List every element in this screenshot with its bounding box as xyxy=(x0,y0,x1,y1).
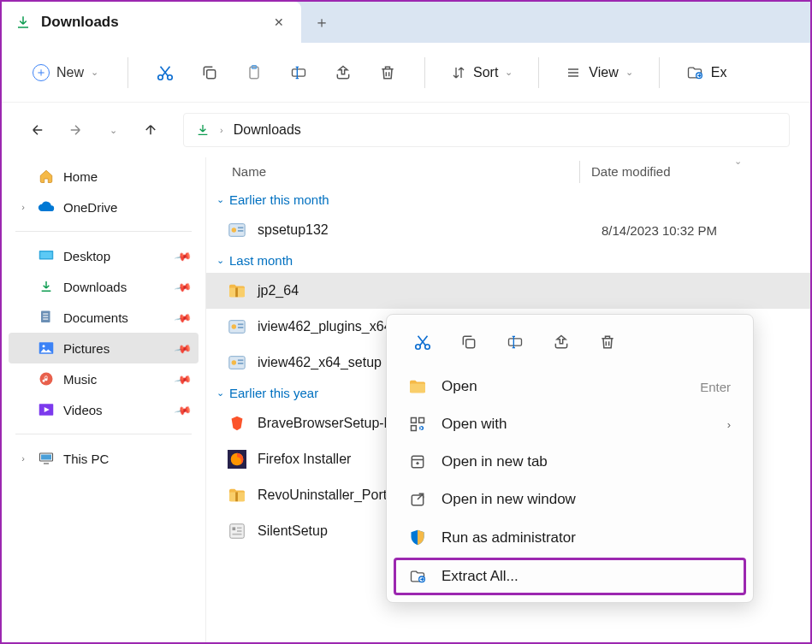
chevron-down-icon: ⌄ xyxy=(216,255,224,266)
ctx-open[interactable]: Open Enter xyxy=(394,368,746,405)
pictures-icon xyxy=(38,341,55,355)
back-button[interactable] xyxy=(22,115,53,145)
tab-title: Downloads xyxy=(41,14,260,31)
ctx-share-button[interactable] xyxy=(541,325,582,359)
ctx-rename-button[interactable] xyxy=(495,325,536,359)
ctx-run-admin[interactable]: Run as administrator xyxy=(394,518,746,558)
svg-rect-22 xyxy=(238,230,243,232)
sidebar-item-music[interactable]: Music 📌 xyxy=(9,363,199,394)
column-headers: Name Date modified ⌄ xyxy=(206,162,810,187)
tab-bar: Downloads ✕ ＋ xyxy=(2,2,810,43)
sidebar-item-pictures[interactable]: Pictures 📌 xyxy=(9,333,199,363)
chevron-down-icon: ⌄ xyxy=(505,67,513,78)
chevron-right-icon[interactable]: › xyxy=(17,202,29,212)
close-icon[interactable]: ✕ xyxy=(270,12,287,32)
column-name[interactable]: Name xyxy=(232,164,591,179)
svg-rect-48 xyxy=(412,418,417,423)
home-icon xyxy=(38,168,55,184)
pin-icon: 📌 xyxy=(174,339,193,357)
svg-rect-40 xyxy=(237,527,242,529)
music-icon xyxy=(38,371,55,387)
sidebar-item-downloads[interactable]: Downloads 📌 xyxy=(9,271,199,302)
svg-rect-5 xyxy=(293,68,305,75)
svg-point-26 xyxy=(232,324,237,329)
group-header[interactable]: ⌄Last month xyxy=(206,248,810,273)
file-list: Name Date modified ⌄ ⌄Earlier this month… xyxy=(205,157,810,642)
shield-icon xyxy=(407,529,428,547)
svg-point-44 xyxy=(425,345,430,350)
sort-label: Sort xyxy=(473,65,498,80)
share-button[interactable] xyxy=(323,53,363,92)
file-type-icon xyxy=(227,316,247,337)
sidebar-item-onedrive[interactable]: › OneDrive xyxy=(9,192,199,222)
extract-button[interactable]: Ex xyxy=(677,57,736,88)
svg-rect-46 xyxy=(509,339,522,346)
view-button[interactable]: View ⌄ xyxy=(556,58,641,87)
svg-rect-27 xyxy=(238,323,243,325)
new-button[interactable]: ＋ New ⌄ xyxy=(21,57,110,88)
rename-button[interactable] xyxy=(279,53,318,92)
desktop-icon xyxy=(38,250,55,262)
chevron-right-icon: › xyxy=(220,125,223,135)
group-header[interactable]: ⌄Earlier this month xyxy=(206,187,810,212)
sidebar-item-label: Desktop xyxy=(63,249,110,263)
file-type-icon xyxy=(227,485,247,505)
breadcrumb-current[interactable]: Downloads xyxy=(234,122,301,138)
group-label: Last month xyxy=(229,253,293,268)
file-name: jp2_64 xyxy=(258,283,591,298)
chevron-down-icon[interactable]: ⌄ xyxy=(734,156,742,167)
chevron-down-icon: ⌄ xyxy=(625,67,633,78)
svg-rect-10 xyxy=(43,314,48,315)
sidebar-item-label: OneDrive xyxy=(63,200,117,215)
sort-button[interactable]: Sort ⌄ xyxy=(442,58,521,87)
svg-point-0 xyxy=(158,74,163,80)
sidebar-item-label: Home xyxy=(63,169,98,184)
svg-rect-39 xyxy=(233,527,236,530)
new-tab-button[interactable]: ＋ xyxy=(301,2,342,43)
new-tab-icon xyxy=(407,453,428,470)
view-label: View xyxy=(589,65,618,80)
svg-rect-2 xyxy=(207,69,216,78)
svg-rect-45 xyxy=(466,340,475,348)
svg-rect-8 xyxy=(40,252,52,259)
ctx-open-with[interactable]: Open with › xyxy=(394,405,746,443)
up-button[interactable] xyxy=(135,115,166,145)
svg-rect-49 xyxy=(419,418,424,423)
ctx-copy-button[interactable] xyxy=(448,325,489,359)
context-menu: Open Enter Open with › Open in new tab O… xyxy=(386,314,754,603)
delete-button[interactable] xyxy=(368,53,407,92)
ctx-extract-all[interactable]: Extract All... xyxy=(394,558,746,595)
plus-circle-icon: ＋ xyxy=(33,64,50,81)
file-type-icon xyxy=(227,521,247,541)
tab-downloads[interactable]: Downloads ✕ xyxy=(2,2,301,43)
paste-button[interactable] xyxy=(234,53,274,92)
chevron-down-icon: ⌄ xyxy=(216,387,224,399)
file-type-icon xyxy=(227,352,247,373)
copy-button[interactable] xyxy=(190,53,229,92)
videos-icon xyxy=(38,403,55,417)
column-date[interactable]: Date modified xyxy=(591,164,671,179)
ctx-label: Extract All... xyxy=(442,568,519,585)
sidebar-item-desktop[interactable]: Desktop 📌 xyxy=(9,240,199,271)
ctx-open-new-window[interactable]: Open in new window xyxy=(394,481,746,518)
address-bar[interactable]: › Downloads xyxy=(183,113,790,147)
cut-button[interactable] xyxy=(145,53,185,92)
sidebar-item-documents[interactable]: Documents 📌 xyxy=(9,302,199,333)
documents-icon xyxy=(38,310,55,325)
sidebar: Home › OneDrive Desktop 📌 Downloads 📌 Do… xyxy=(2,157,205,642)
svg-rect-42 xyxy=(233,534,242,535)
forward-button[interactable] xyxy=(60,115,91,145)
new-label: New xyxy=(56,65,84,80)
file-row[interactable]: jp2_64 xyxy=(206,273,810,309)
pin-icon: 📌 xyxy=(174,246,193,264)
download-arrow-icon xyxy=(15,15,31,30)
chevron-right-icon[interactable]: › xyxy=(17,453,29,464)
ctx-open-new-tab[interactable]: Open in new tab xyxy=(394,443,746,481)
ctx-cut-button[interactable] xyxy=(402,325,443,359)
file-row[interactable]: spsetup1328/14/2023 10:32 PM xyxy=(206,212,810,248)
recent-dropdown[interactable]: ⌄ xyxy=(98,115,128,145)
ctx-delete-button[interactable] xyxy=(587,325,628,359)
sidebar-item-videos[interactable]: Videos 📌 xyxy=(9,394,199,425)
sidebar-item-home[interactable]: Home xyxy=(9,161,199,192)
sidebar-item-thispc[interactable]: › This PC xyxy=(9,443,199,474)
